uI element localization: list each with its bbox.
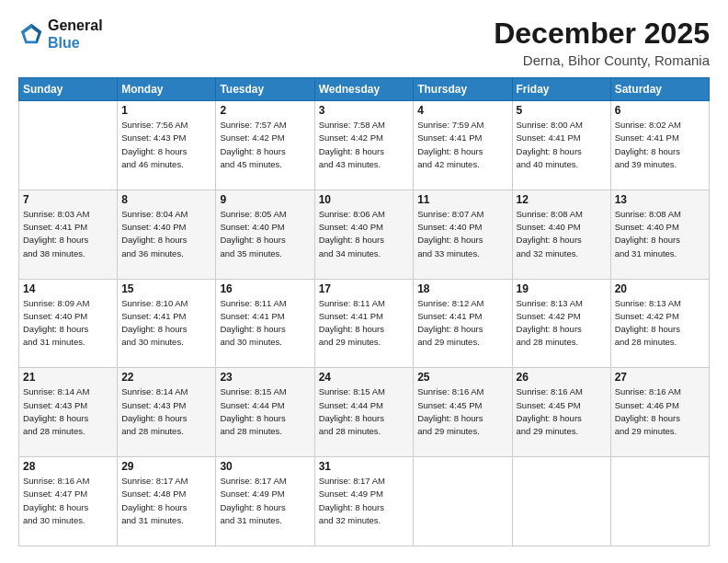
day-info: Sunrise: 8:08 AM Sunset: 4:40 PM Dayligh… [615, 208, 705, 260]
weekday-header-monday: Monday [118, 78, 216, 101]
day-number: 19 [517, 282, 607, 295]
day-cell: 1Sunrise: 7:56 AM Sunset: 4:43 PM Daylig… [118, 101, 216, 190]
day-cell: 20Sunrise: 8:13 AM Sunset: 4:42 PM Dayli… [610, 279, 709, 368]
day-cell [19, 101, 118, 190]
day-cell [414, 457, 512, 546]
day-info: Sunrise: 8:03 AM Sunset: 4:41 PM Dayligh… [23, 208, 113, 260]
day-cell: 28Sunrise: 8:16 AM Sunset: 4:47 PM Dayli… [19, 457, 118, 546]
day-info: Sunrise: 8:15 AM Sunset: 4:44 PM Dayligh… [319, 385, 410, 438]
day-info: Sunrise: 8:16 AM Sunset: 4:47 PM Dayligh… [23, 475, 113, 527]
day-number: 16 [220, 282, 310, 295]
day-number: 20 [615, 282, 705, 295]
day-cell: 27Sunrise: 8:16 AM Sunset: 4:46 PM Dayli… [610, 368, 709, 457]
day-number: 14 [23, 282, 113, 295]
page: General Blue December 2025 Derna, Bihor … [0, 0, 728, 563]
day-info: Sunrise: 8:09 AM Sunset: 4:40 PM Dayligh… [23, 297, 113, 350]
day-number: 4 [417, 104, 507, 117]
day-cell: 7Sunrise: 8:03 AM Sunset: 4:41 PM Daylig… [19, 190, 118, 279]
day-info: Sunrise: 8:17 AM Sunset: 4:49 PM Dayligh… [220, 475, 310, 527]
day-number: 22 [121, 371, 211, 384]
day-info: Sunrise: 8:15 AM Sunset: 4:44 PM Dayligh… [220, 385, 310, 438]
day-number: 10 [319, 193, 410, 206]
day-number: 25 [417, 371, 507, 384]
day-cell: 4Sunrise: 7:59 AM Sunset: 4:41 PM Daylig… [414, 101, 512, 190]
day-info: Sunrise: 8:11 AM Sunset: 4:41 PM Dayligh… [319, 297, 410, 350]
day-number: 1 [121, 104, 211, 117]
logo-icon [18, 21, 44, 47]
day-cell: 6Sunrise: 8:02 AM Sunset: 4:41 PM Daylig… [610, 101, 709, 190]
day-info: Sunrise: 8:16 AM Sunset: 4:46 PM Dayligh… [615, 385, 705, 438]
day-cell: 8Sunrise: 8:04 AM Sunset: 4:40 PM Daylig… [118, 190, 216, 279]
day-number: 15 [121, 282, 211, 295]
day-cell: 13Sunrise: 8:08 AM Sunset: 4:40 PM Dayli… [610, 190, 709, 279]
day-cell: 29Sunrise: 8:17 AM Sunset: 4:48 PM Dayli… [118, 457, 216, 546]
week-row-4: 28Sunrise: 8:16 AM Sunset: 4:47 PM Dayli… [19, 457, 710, 546]
day-number: 5 [517, 104, 607, 117]
day-info: Sunrise: 8:13 AM Sunset: 4:42 PM Dayligh… [517, 297, 607, 350]
weekday-header-thursday: Thursday [414, 78, 512, 101]
day-cell: 14Sunrise: 8:09 AM Sunset: 4:40 PM Dayli… [19, 279, 118, 368]
weekday-header-tuesday: Tuesday [216, 78, 314, 101]
logo-line2: Blue [48, 34, 103, 52]
day-cell: 30Sunrise: 8:17 AM Sunset: 4:49 PM Dayli… [216, 457, 314, 546]
week-row-0: 1Sunrise: 7:56 AM Sunset: 4:43 PM Daylig… [19, 101, 710, 190]
day-info: Sunrise: 8:13 AM Sunset: 4:42 PM Dayligh… [615, 297, 705, 350]
main-title: December 2025 [494, 17, 710, 51]
day-cell: 11Sunrise: 8:07 AM Sunset: 4:40 PM Dayli… [414, 190, 512, 279]
day-info: Sunrise: 8:17 AM Sunset: 4:49 PM Dayligh… [319, 475, 410, 527]
weekday-header-sunday: Sunday [19, 78, 118, 101]
day-cell: 16Sunrise: 8:11 AM Sunset: 4:41 PM Dayli… [216, 279, 314, 368]
header: General Blue December 2025 Derna, Bihor … [18, 17, 710, 68]
day-number: 21 [23, 371, 113, 384]
day-cell: 25Sunrise: 8:16 AM Sunset: 4:45 PM Dayli… [414, 368, 512, 457]
day-info: Sunrise: 8:07 AM Sunset: 4:40 PM Dayligh… [417, 208, 507, 260]
calendar: SundayMondayTuesdayWednesdayThursdayFrid… [18, 77, 710, 546]
day-cell: 31Sunrise: 8:17 AM Sunset: 4:49 PM Dayli… [314, 457, 414, 546]
day-cell: 22Sunrise: 8:14 AM Sunset: 4:43 PM Dayli… [118, 368, 216, 457]
day-number: 12 [517, 193, 607, 206]
day-cell: 3Sunrise: 7:58 AM Sunset: 4:42 PM Daylig… [314, 101, 414, 190]
day-info: Sunrise: 8:08 AM Sunset: 4:40 PM Dayligh… [517, 208, 607, 260]
day-info: Sunrise: 8:16 AM Sunset: 4:45 PM Dayligh… [517, 385, 607, 438]
title-section: December 2025 Derna, Bihor County, Roman… [494, 17, 710, 68]
day-info: Sunrise: 8:05 AM Sunset: 4:40 PM Dayligh… [220, 208, 310, 260]
day-info: Sunrise: 7:56 AM Sunset: 4:43 PM Dayligh… [121, 119, 211, 171]
day-number: 28 [23, 460, 113, 473]
day-number: 23 [220, 371, 310, 384]
day-info: Sunrise: 8:04 AM Sunset: 4:40 PM Dayligh… [121, 208, 211, 260]
weekday-header-wednesday: Wednesday [314, 78, 414, 101]
weekday-header-row: SundayMondayTuesdayWednesdayThursdayFrid… [19, 78, 710, 101]
day-cell: 19Sunrise: 8:13 AM Sunset: 4:42 PM Dayli… [512, 279, 610, 368]
day-number: 18 [417, 282, 507, 295]
day-cell [512, 457, 610, 546]
day-number: 26 [517, 371, 607, 384]
day-info: Sunrise: 8:06 AM Sunset: 4:40 PM Dayligh… [319, 208, 410, 260]
day-cell: 5Sunrise: 8:00 AM Sunset: 4:41 PM Daylig… [512, 101, 610, 190]
day-number: 24 [319, 371, 410, 384]
day-info: Sunrise: 8:14 AM Sunset: 4:43 PM Dayligh… [23, 385, 113, 438]
day-number: 8 [121, 193, 211, 206]
day-info: Sunrise: 8:00 AM Sunset: 4:41 PM Dayligh… [517, 119, 607, 171]
day-cell: 18Sunrise: 8:12 AM Sunset: 4:41 PM Dayli… [414, 279, 512, 368]
day-cell: 17Sunrise: 8:11 AM Sunset: 4:41 PM Dayli… [314, 279, 414, 368]
day-info: Sunrise: 8:16 AM Sunset: 4:45 PM Dayligh… [417, 385, 507, 438]
day-cell: 26Sunrise: 8:16 AM Sunset: 4:45 PM Dayli… [512, 368, 610, 457]
day-cell: 10Sunrise: 8:06 AM Sunset: 4:40 PM Dayli… [314, 190, 414, 279]
day-cell: 23Sunrise: 8:15 AM Sunset: 4:44 PM Dayli… [216, 368, 314, 457]
day-number: 29 [121, 460, 211, 473]
week-row-1: 7Sunrise: 8:03 AM Sunset: 4:41 PM Daylig… [19, 190, 710, 279]
day-number: 27 [615, 371, 705, 384]
day-number: 3 [319, 104, 410, 117]
logo-text: General Blue [48, 17, 103, 52]
day-info: Sunrise: 8:14 AM Sunset: 4:43 PM Dayligh… [121, 385, 211, 438]
day-cell: 2Sunrise: 7:57 AM Sunset: 4:42 PM Daylig… [216, 101, 314, 190]
week-row-3: 21Sunrise: 8:14 AM Sunset: 4:43 PM Dayli… [19, 368, 710, 457]
day-number: 17 [319, 282, 410, 295]
subtitle: Derna, Bihor County, Romania [494, 52, 710, 68]
day-info: Sunrise: 7:59 AM Sunset: 4:41 PM Dayligh… [417, 119, 507, 171]
day-info: Sunrise: 7:57 AM Sunset: 4:42 PM Dayligh… [220, 119, 310, 171]
day-cell: 9Sunrise: 8:05 AM Sunset: 4:40 PM Daylig… [216, 190, 314, 279]
day-info: Sunrise: 7:58 AM Sunset: 4:42 PM Dayligh… [319, 119, 410, 171]
day-cell: 12Sunrise: 8:08 AM Sunset: 4:40 PM Dayli… [512, 190, 610, 279]
day-info: Sunrise: 8:12 AM Sunset: 4:41 PM Dayligh… [417, 297, 507, 350]
